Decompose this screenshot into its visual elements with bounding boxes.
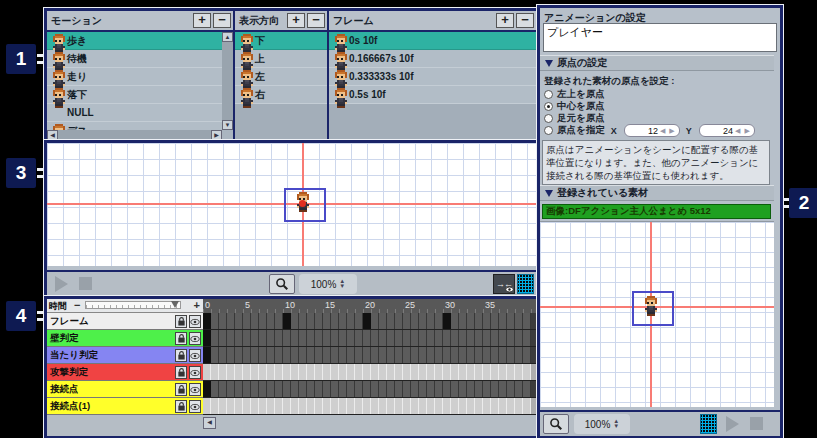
motion-list-item[interactable]: 走り — [47, 68, 222, 86]
track-cell[interactable] — [443, 398, 451, 414]
direction-list-item[interactable]: 右 — [235, 86, 327, 104]
timeline-zoom-out-button[interactable]: − — [74, 299, 80, 311]
track-cell[interactable] — [331, 381, 339, 397]
track-cell[interactable] — [403, 398, 411, 414]
track-cell[interactable] — [355, 398, 363, 414]
track-label-cell[interactable]: 当たり判定 — [47, 347, 203, 364]
track-cell[interactable] — [299, 330, 307, 346]
track-cell[interactable] — [371, 313, 379, 329]
left-right-arrows-icon[interactable]: ◀ ▶ — [735, 127, 751, 135]
track-cells[interactable] — [203, 313, 536, 330]
stop-icon[interactable] — [79, 277, 92, 290]
track-cell[interactable] — [483, 364, 491, 380]
scroll-up-icon[interactable]: ▲ — [222, 32, 233, 42]
track-cell[interactable] — [379, 330, 387, 346]
material-preview-canvas[interactable] — [540, 221, 774, 407]
track-cell[interactable] — [323, 313, 331, 329]
keyframe-cell[interactable] — [203, 347, 211, 363]
track-cell[interactable] — [307, 364, 315, 380]
track-cell[interactable] — [403, 381, 411, 397]
track-cell[interactable] — [267, 347, 275, 363]
track-cell[interactable] — [515, 364, 523, 380]
track-cell[interactable] — [219, 347, 227, 363]
timeline-zoom-slider[interactable] — [85, 301, 181, 309]
keyframe-cell[interactable] — [363, 313, 371, 329]
zoom-spinner-icon[interactable]: ▲▼ — [339, 279, 345, 289]
track-cell[interactable] — [243, 330, 251, 346]
motion-list-item[interactable]: NULL — [47, 104, 222, 122]
track-cell[interactable] — [435, 398, 443, 414]
track-cell[interactable] — [515, 398, 523, 414]
track-cell[interactable] — [243, 398, 251, 414]
track-cell[interactable] — [363, 381, 371, 397]
track-cell[interactable] — [467, 398, 475, 414]
motion-list-item[interactable]: 落下 — [47, 86, 222, 104]
track-cell[interactable] — [427, 398, 435, 414]
track-cell[interactable] — [251, 398, 259, 414]
timeline-zoom-slider-thumb[interactable] — [171, 301, 179, 308]
track-label-cell[interactable]: 壁判定 — [47, 330, 203, 347]
track-cell[interactable] — [355, 330, 363, 346]
lock-icon[interactable] — [175, 349, 187, 362]
scroll-right-icon[interactable]: ▶ — [211, 130, 222, 140]
track-cell[interactable] — [355, 381, 363, 397]
character-sprite[interactable] — [643, 296, 659, 316]
track-cell[interactable] — [499, 347, 507, 363]
track-cell[interactable] — [459, 347, 467, 363]
track-cell[interactable] — [459, 313, 467, 329]
track-cell[interactable] — [411, 313, 419, 329]
track-cell[interactable] — [419, 330, 427, 346]
track-cell[interactable] — [443, 364, 451, 380]
radio-topleft-origin[interactable]: 左上を原点 — [544, 89, 605, 100]
track-cell[interactable] — [403, 347, 411, 363]
track-cell[interactable] — [219, 364, 227, 380]
track-cell[interactable] — [483, 398, 491, 414]
track-cell[interactable] — [443, 347, 451, 363]
track-cell[interactable] — [331, 313, 339, 329]
track-cell[interactable] — [379, 364, 387, 380]
track-cell[interactable] — [419, 313, 427, 329]
track-cell[interactable] — [299, 381, 307, 397]
track-cell[interactable] — [315, 313, 323, 329]
keyframe-cell[interactable] — [203, 313, 211, 329]
origin-y-input[interactable]: 24 ◀ ▶ — [699, 124, 755, 137]
track-cell[interactable] — [299, 398, 307, 414]
track-cell[interactable] — [211, 330, 219, 346]
track-cell[interactable] — [475, 364, 483, 380]
track-cell[interactable] — [219, 381, 227, 397]
track-cell[interactable] — [251, 347, 259, 363]
track-cell[interactable] — [387, 347, 395, 363]
track-cell[interactable] — [379, 381, 387, 397]
track-cell[interactable] — [259, 364, 267, 380]
track-cell[interactable] — [299, 347, 307, 363]
track-cell[interactable] — [323, 381, 331, 397]
lock-icon[interactable] — [175, 332, 187, 345]
track-cell[interactable] — [507, 381, 515, 397]
track-cell[interactable] — [235, 330, 243, 346]
track-cell[interactable] — [347, 313, 355, 329]
frame-list-item[interactable]: 0.166667s 10f — [329, 50, 536, 68]
track-cell[interactable] — [259, 347, 267, 363]
track-cells[interactable] — [203, 381, 536, 398]
track-cell[interactable] — [347, 347, 355, 363]
track-cell[interactable] — [435, 330, 443, 346]
track-cell[interactable] — [331, 347, 339, 363]
track-cell[interactable] — [395, 347, 403, 363]
track-cell[interactable] — [403, 330, 411, 346]
motion-remove-button[interactable]: − — [213, 13, 231, 28]
track-cell[interactable] — [451, 398, 459, 414]
track-cell[interactable] — [523, 313, 531, 329]
track-cell[interactable] — [283, 364, 291, 380]
track-cell[interactable] — [403, 364, 411, 380]
radio-icon[interactable] — [544, 114, 553, 123]
track-cell[interactable] — [291, 347, 299, 363]
origin-x-input[interactable]: 12 ◀ ▶ — [624, 124, 680, 137]
animation-name-input[interactable]: プレイヤー — [543, 23, 777, 52]
track-cell[interactable] — [211, 347, 219, 363]
track-cell[interactable] — [307, 347, 315, 363]
track-cell[interactable] — [379, 313, 387, 329]
lock-icon[interactable] — [175, 366, 187, 379]
track-cell[interactable] — [251, 364, 259, 380]
track-cell[interactable] — [379, 347, 387, 363]
motion-list-item[interactable]: デス — [47, 122, 222, 130]
